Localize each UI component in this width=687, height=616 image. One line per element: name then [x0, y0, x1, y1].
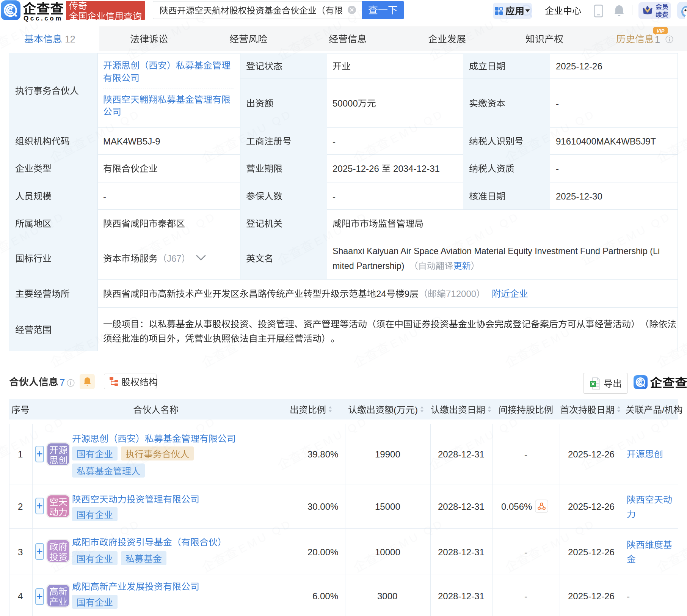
svg-text:50000: 50000 — [333, 98, 358, 108]
svg-text:2025-12-26: 2025-12-26 — [333, 163, 381, 174]
svg-text:2025-12-30: 2025-12-30 — [556, 191, 602, 201]
svg-text:9: 9 — [405, 289, 409, 299]
svg-text:EMU QD: EMU QD — [388, 517, 446, 555]
svg-text:712000: 712000 — [446, 289, 476, 299]
svg-text:EMU QD: EMU QD — [464, 414, 522, 453]
svg-text:MAK4WB5J-9: MAK4WB5J-9 — [103, 136, 160, 146]
svg-text:30.00%: 30.00% — [307, 501, 338, 512]
svg-text:12: 12 — [62, 34, 75, 44]
svg-text:3: 3 — [18, 547, 23, 557]
svg-text:-: - — [103, 191, 106, 201]
svg-text:-: - — [524, 449, 527, 459]
svg-text:2028-12-31: 2028-12-31 — [438, 547, 485, 557]
svg-text:-: - — [556, 98, 559, 108]
svg-text:91610400MAK4WB5J9T: 91610400MAK4WB5J9T — [556, 136, 656, 146]
svg-text:2025-12-26: 2025-12-26 — [568, 501, 615, 512]
svg-text:J67: J67 — [167, 253, 182, 264]
svg-text:mited Partnership): mited Partnership) — [333, 261, 404, 271]
svg-text:6.00%: 6.00% — [312, 591, 338, 601]
svg-text:2034-12-31: 2034-12-31 — [391, 163, 439, 174]
svg-text:): ) — [415, 405, 418, 415]
svg-text:2028-12-31: 2028-12-31 — [438, 501, 485, 512]
svg-text:VIP: VIP — [657, 28, 665, 34]
svg-text:4: 4 — [18, 591, 23, 601]
svg-text:-: - — [333, 136, 336, 146]
svg-text:2028-12-31: 2028-12-31 — [438, 591, 485, 601]
svg-text:-: - — [627, 591, 630, 601]
svg-text:EMU QD: EMU QD — [236, 517, 294, 555]
svg-text:2: 2 — [18, 501, 23, 512]
svg-text:-: - — [333, 191, 336, 201]
svg-text:-: - — [556, 163, 559, 174]
svg-text:EMU QD: EMU QD — [312, 414, 370, 453]
svg-text:(: ( — [394, 405, 397, 415]
svg-text:EMU QD: EMU QD — [85, 517, 143, 555]
svg-text:/: / — [662, 405, 665, 415]
svg-text:0.056%: 0.056% — [501, 501, 532, 512]
svg-text:2025-12-26: 2025-12-26 — [568, 449, 615, 459]
svg-text:19900: 19900 — [375, 449, 400, 459]
svg-text:2025-12-26: 2025-12-26 — [568, 591, 615, 601]
svg-text:20.00%: 20.00% — [307, 547, 338, 557]
svg-text:-: - — [524, 547, 527, 557]
svg-text:3000: 3000 — [377, 591, 397, 601]
svg-text:2025-12-26: 2025-12-26 — [568, 547, 615, 557]
svg-text:-: - — [524, 591, 527, 601]
svg-text:15000: 15000 — [375, 501, 400, 512]
svg-text:24: 24 — [376, 289, 386, 299]
svg-text:EMU QD: EMU QD — [615, 414, 673, 453]
svg-text:2025-12-26: 2025-12-26 — [556, 61, 602, 71]
